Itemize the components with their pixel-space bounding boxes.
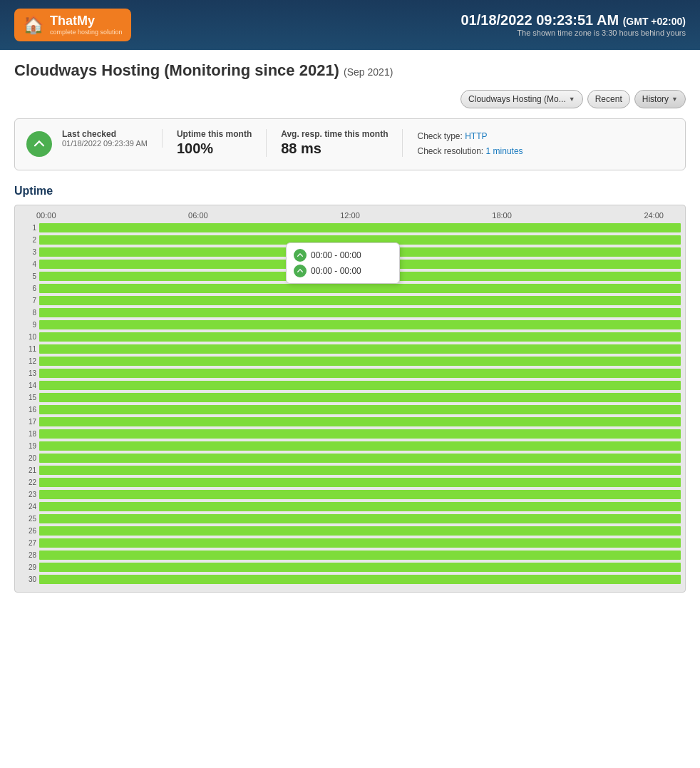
row-bar — [39, 320, 681, 329]
chart-row[interactable]: 21 — [19, 465, 681, 476]
row-number: 27 — [19, 539, 36, 547]
check-resolution-line: Check resolution: 1 minutes — [417, 144, 523, 160]
row-bar — [39, 308, 681, 317]
row-bar — [39, 381, 681, 390]
datetime-value: 01/18/2022 09:23:51 AM — [460, 12, 619, 28]
row-number: 30 — [19, 575, 36, 583]
tooltip-arrow-2 — [297, 267, 304, 275]
row-bar — [39, 284, 681, 293]
monitor-dropdown-label: Cloudways Hosting (Mo... — [468, 94, 566, 104]
logo[interactable]: 🏠 ThatMy complete hosting solution — [14, 9, 131, 41]
row-number: 13 — [19, 369, 36, 377]
chart-row[interactable]: 11 — [19, 344, 681, 355]
page-since: (Sep 2021) — [344, 66, 393, 78]
row-bar — [39, 429, 681, 439]
tooltip-row-2: 00:00 - 00:00 — [294, 265, 392, 277]
row-number: 26 — [19, 527, 36, 535]
uptime-chart[interactable]: 00:00 06:00 12:00 18:00 24:00 00 — [14, 205, 686, 593]
last-checked-stat: Last checked 01/18/2022 09:23:39 AM — [62, 129, 163, 148]
chart-row[interactable]: 16 — [19, 404, 681, 416]
check-type-value[interactable]: HTTP — [465, 131, 487, 141]
row-bar — [39, 405, 681, 414]
chart-row[interactable]: 1 — [19, 222, 681, 234]
logo-house-icon: 🏠 — [23, 15, 44, 35]
row-number: 15 — [19, 394, 36, 401]
tooltip-arrow-1 — [297, 252, 304, 259]
chart-body: 00:00 - 00:00 00:00 - 00:00 123456789101… — [15, 222, 685, 585]
chart-row[interactable]: 12 — [19, 356, 681, 367]
row-bar — [39, 502, 681, 511]
row-bar — [39, 514, 681, 523]
chart-row[interactable]: 6 — [19, 283, 681, 295]
history-button[interactable]: History ▼ — [634, 90, 686, 108]
last-checked-value: 01/18/2022 09:23:39 AM — [62, 139, 148, 148]
row-number: 9 — [19, 321, 36, 329]
row-number: 6 — [19, 285, 36, 292]
chart-row[interactable]: 18 — [19, 429, 681, 440]
chart-row[interactable]: 14 — [19, 380, 681, 391]
row-bar — [39, 454, 681, 463]
chart-row[interactable]: 25 — [19, 513, 681, 525]
stats-card: Last checked 01/18/2022 09:23:39 AM Upti… — [14, 118, 686, 170]
row-number: 25 — [19, 515, 36, 523]
chart-row[interactable]: 29 — [19, 562, 681, 573]
recent-label: Recent — [595, 94, 622, 104]
chart-row[interactable]: 15 — [19, 392, 681, 404]
chart-row[interactable]: 13 — [19, 368, 681, 379]
row-bar — [39, 563, 681, 572]
header: 🏠 ThatMy complete hosting solution 01/18… — [0, 0, 700, 50]
chart-row[interactable]: 20 — [19, 453, 681, 464]
tooltip-overlay: 00:00 - 00:00 00:00 - 00:00 — [286, 242, 400, 284]
chart-row[interactable]: 10 — [19, 332, 681, 343]
page-title-text: Cloudways Hosting (Monitoring since 2021… — [14, 61, 339, 79]
chart-row[interactable]: 30 — [19, 574, 681, 585]
main-content: Cloudways Hosting (Monitoring since 2021… — [0, 50, 700, 604]
uptime-label: Uptime this month — [177, 129, 252, 139]
row-number: 23 — [19, 491, 36, 498]
dropdown1-caret-icon: ▼ — [569, 96, 575, 103]
chart-row[interactable]: 17 — [19, 416, 681, 428]
time-label-4: 24:00 — [644, 211, 664, 220]
main-datetime: 01/18/2022 09:23:51 AM (GMT +02:00) — [460, 12, 686, 29]
chart-row[interactable]: 19 — [19, 441, 681, 452]
row-number: 10 — [19, 333, 36, 341]
tooltip-time-2: 00:00 - 00:00 — [311, 266, 361, 276]
row-number: 17 — [19, 418, 36, 426]
row-number: 16 — [19, 406, 36, 414]
row-bar — [39, 538, 681, 548]
check-resolution-label: Check resolution: — [417, 146, 483, 156]
tooltip-time-1: 00:00 - 00:00 — [311, 250, 361, 260]
chart-row[interactable]: 26 — [19, 526, 681, 537]
chart-row[interactable]: 28 — [19, 550, 681, 561]
history-caret-icon: ▼ — [671, 96, 678, 103]
check-resolution-value[interactable]: 1 minutes — [486, 146, 523, 156]
row-bar — [39, 466, 681, 475]
timezone-note: The shown time zone is 3:30 hours behind… — [460, 29, 686, 37]
recent-button[interactable]: Recent — [587, 90, 630, 108]
row-number: 14 — [19, 382, 36, 389]
row-bar — [39, 490, 681, 499]
row-number: 5 — [19, 272, 36, 280]
logo-text: ThatMy — [50, 14, 123, 29]
chart-row[interactable]: 9 — [19, 319, 681, 331]
chart-row[interactable]: 24 — [19, 501, 681, 513]
chart-row[interactable]: 7 — [19, 295, 681, 307]
row-number: 1 — [19, 224, 36, 232]
check-type-line: Check type: HTTP — [417, 129, 523, 145]
monitor-dropdown[interactable]: Cloudways Hosting (Mo... ▼ — [460, 90, 583, 108]
row-bar — [39, 393, 681, 402]
row-number: 7 — [19, 297, 36, 304]
row-number: 29 — [19, 563, 36, 571]
chart-row[interactable]: 8 — [19, 307, 681, 319]
chart-row[interactable]: 23 — [19, 489, 681, 501]
chart-row[interactable]: 27 — [19, 538, 681, 549]
row-number: 24 — [19, 503, 36, 511]
row-number: 8 — [19, 309, 36, 317]
row-number: 4 — [19, 260, 36, 268]
row-bar — [39, 526, 681, 536]
logo-subtext: complete hosting solution — [50, 29, 123, 36]
chart-row[interactable]: 22 — [19, 477, 681, 488]
check-info-stat: Check type: HTTP Check resolution: 1 min… — [417, 129, 537, 160]
row-bar — [39, 417, 681, 426]
uptime-stat: Uptime this month 100% — [177, 129, 267, 157]
